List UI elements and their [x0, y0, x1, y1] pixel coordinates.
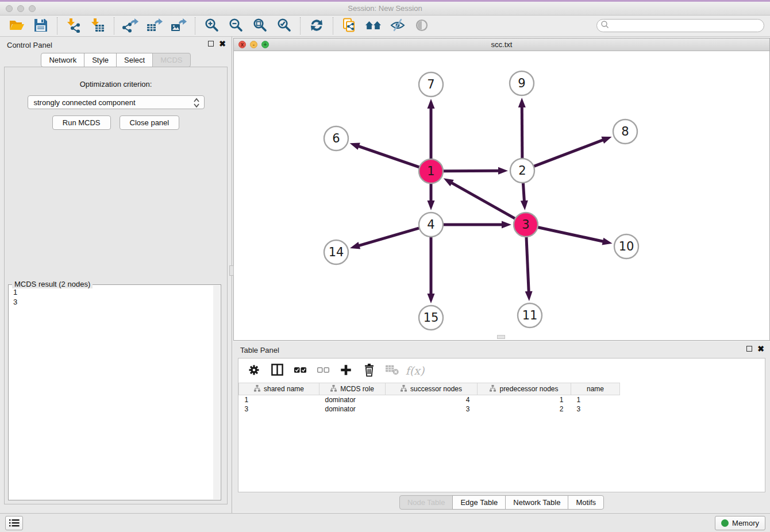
tab-motifs[interactable]: Motifs — [568, 495, 604, 510]
delete-table-button[interactable] — [384, 363, 399, 378]
canvas-resize-handle[interactable] — [497, 335, 505, 339]
graph-edge-3-1[interactable] — [451, 183, 515, 219]
clone-network-icon — [342, 18, 357, 34]
float-panel-icon[interactable] — [208, 41, 214, 47]
criterion-select[interactable]: strongly connected component — [28, 95, 205, 109]
column-header-successor-nodes[interactable]: successor nodes — [386, 383, 478, 395]
graph-edge-arrowhead — [350, 143, 360, 150]
toolbar-separator — [114, 17, 114, 34]
table-cell[interactable]: 1 — [239, 395, 319, 404]
graph-edge-arrowhead — [602, 238, 613, 245]
apply-layout-button[interactable] — [305, 17, 329, 35]
graph-edge-3-10[interactable] — [538, 227, 604, 241]
tab-network-table[interactable]: Network Table — [505, 495, 568, 510]
add-row-button[interactable] — [338, 363, 353, 378]
export-image-button[interactable] — [167, 17, 191, 35]
status-bar: Memory — [0, 513, 770, 532]
graph-node-label-11: 11 — [522, 309, 538, 322]
deselect-all-button[interactable] — [315, 363, 330, 378]
graph-node-label-15: 15 — [424, 311, 439, 325]
export-network-button[interactable] — [118, 17, 143, 35]
close-panel-button[interactable]: Close panel — [120, 115, 180, 130]
split-panel-icon — [271, 363, 284, 378]
graph-edge-1-6[interactable] — [358, 146, 419, 167]
table-cell[interactable]: 4 — [386, 395, 478, 404]
tab-mcds[interactable]: MCDS — [152, 53, 190, 67]
tab-node-table[interactable]: Node Table — [399, 495, 453, 510]
export-table-button[interactable] — [143, 17, 167, 35]
table-cell[interactable]: 3 — [571, 404, 620, 414]
table-row[interactable]: 1dominator411 — [239, 395, 620, 404]
table-cell[interactable]: 3 — [239, 404, 319, 414]
close-table-panel-icon[interactable]: ✖ — [757, 346, 764, 352]
zoom-in-icon — [205, 18, 219, 34]
select-stepper-icon — [192, 97, 201, 110]
graph-edge-1-2[interactable] — [443, 171, 499, 171]
graph-edge-3-11[interactable] — [526, 237, 529, 292]
search-box[interactable] — [596, 19, 764, 32]
graph-edge-arrowhead — [525, 291, 533, 301]
graph-node-label-8: 8 — [621, 125, 629, 138]
mcds-result-scrollbar[interactable] — [213, 286, 220, 499]
function-builder-button[interactable]: f(x) — [407, 363, 422, 378]
table-cell[interactable]: 1 — [571, 395, 620, 404]
hide-selected-button[interactable] — [386, 17, 410, 35]
graph-edge-4-14[interactable] — [358, 228, 419, 246]
graph-node-label-14: 14 — [329, 245, 344, 259]
node-table-body: 1dominator4113dominator323 — [239, 395, 620, 414]
import-table-button[interactable] — [86, 17, 110, 35]
select-all-button[interactable] — [292, 363, 307, 378]
run-mcds-button[interactable]: Run MCDS — [52, 115, 111, 130]
graph-edge-2-3[interactable] — [523, 183, 524, 202]
vertical-splitter-handle[interactable] — [229, 265, 234, 276]
float-table-panel-icon[interactable] — [746, 346, 752, 352]
search-input[interactable] — [610, 21, 764, 31]
show-all-button[interactable] — [410, 17, 434, 35]
fit-content-button[interactable] — [248, 17, 272, 35]
clone-network-button[interactable] — [337, 17, 361, 35]
task-history-button[interactable] — [5, 516, 23, 530]
column-header-predecessor-nodes[interactable]: predecessor nodes — [478, 383, 571, 395]
split-panel-button[interactable] — [270, 363, 284, 378]
zoom-in-button[interactable] — [199, 17, 224, 35]
mcds-result-item: 3 — [13, 297, 213, 307]
table-cell[interactable]: 1 — [478, 395, 571, 404]
table-cell[interactable]: 3 — [386, 404, 478, 414]
network-window-title: scc.txt — [234, 40, 769, 49]
table-cell[interactable]: dominator — [319, 404, 386, 414]
close-panel-icon[interactable]: ✖ — [219, 41, 226, 47]
list-icon — [9, 519, 20, 527]
graph-edge-2-8[interactable] — [534, 140, 604, 166]
tab-style[interactable]: Style — [84, 53, 117, 67]
first-neighbors-button[interactable] — [361, 17, 386, 35]
settings-button[interactable] — [247, 363, 261, 378]
tab-select[interactable]: Select — [116, 53, 153, 67]
graph-edge-2-9[interactable] — [522, 106, 522, 159]
zoom-out-button[interactable] — [224, 17, 248, 35]
graph-node-label-2: 2 — [518, 164, 526, 178]
table-row[interactable]: 3dominator323 — [239, 404, 620, 414]
network-canvas[interactable]: 7968124314101511 — [234, 52, 769, 341]
node-table-container: f(x) shared nameMCDS rolesuccessor nodes… — [238, 358, 765, 492]
column-header-MCDS-role[interactable]: MCDS role — [319, 383, 386, 395]
network-window-titlebar[interactable]: x - + scc.txt — [234, 38, 769, 51]
graph-node-label-9: 9 — [518, 76, 525, 90]
table-cell[interactable]: 2 — [478, 404, 571, 414]
open-session-icon — [9, 18, 25, 34]
tab-network[interactable]: Network — [41, 53, 84, 67]
column-header-shared-name[interactable]: shared name — [239, 383, 319, 395]
open-session-button[interactable] — [5, 17, 29, 35]
memory-button[interactable]: Memory — [715, 516, 765, 530]
node-table-header-row: shared nameMCDS rolesuccessor nodesprede… — [239, 383, 620, 395]
delete-row-button[interactable] — [361, 363, 376, 378]
fit-content-icon — [253, 18, 267, 34]
zoom-selected-button[interactable] — [272, 17, 296, 35]
import-network-button[interactable] — [61, 17, 86, 35]
control-panel-title: Control Panel — [7, 41, 52, 49]
tab-edge-table[interactable]: Edge Table — [452, 495, 506, 510]
optimization-criterion-label: Optimization criterion: — [5, 80, 227, 88]
table-cell[interactable]: dominator — [319, 395, 386, 404]
save-session-button[interactable] — [29, 17, 53, 35]
app-title: Session: New Session — [0, 4, 770, 13]
column-header-name[interactable]: name — [571, 383, 620, 395]
